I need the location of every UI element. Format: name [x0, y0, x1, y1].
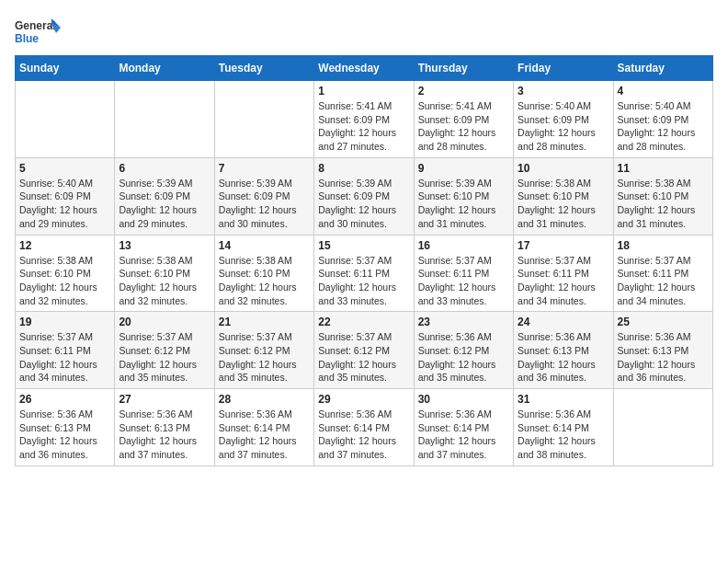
day-info: Sunrise: 5:36 AM Sunset: 6:14 PM Dayligh…: [219, 408, 310, 462]
day-number: 19: [19, 316, 110, 328]
day-info: Sunrise: 5:36 AM Sunset: 6:14 PM Dayligh…: [418, 408, 509, 462]
day-number: 23: [418, 316, 509, 328]
day-number: 29: [318, 393, 409, 406]
header-cell-saturday: Saturday: [613, 56, 712, 81]
day-cell: [16, 81, 115, 158]
day-info: Sunrise: 5:38 AM Sunset: 6:10 PM Dayligh…: [219, 254, 310, 308]
day-cell: 21Sunrise: 5:37 AM Sunset: 6:12 PM Dayli…: [214, 312, 313, 389]
day-cell: 6Sunrise: 5:39 AM Sunset: 6:09 PM Daylig…: [115, 157, 214, 235]
day-cell: 2Sunrise: 5:41 AM Sunset: 6:09 PM Daylig…: [414, 81, 513, 158]
day-number: 22: [318, 316, 409, 328]
day-info: Sunrise: 5:36 AM Sunset: 6:13 PM Dayligh…: [618, 330, 709, 385]
day-info: Sunrise: 5:41 AM Sunset: 6:09 PM Dayligh…: [418, 99, 509, 154]
day-info: Sunrise: 5:38 AM Sunset: 6:10 PM Dayligh…: [618, 177, 709, 231]
logo-svg: General Blue: [15, 15, 61, 50]
day-info: Sunrise: 5:37 AM Sunset: 6:12 PM Dayligh…: [318, 330, 409, 385]
day-number: 20: [119, 316, 210, 328]
day-cell: 12Sunrise: 5:38 AM Sunset: 6:10 PM Dayli…: [16, 235, 115, 312]
header-cell-tuesday: Tuesday: [214, 56, 313, 81]
day-info: Sunrise: 5:36 AM Sunset: 6:13 PM Dayligh…: [518, 330, 609, 385]
day-cell: 1Sunrise: 5:41 AM Sunset: 6:09 PM Daylig…: [314, 81, 414, 158]
day-number: 7: [219, 162, 310, 175]
logo: General Blue: [15, 15, 61, 50]
day-number: 25: [618, 316, 709, 328]
day-cell: 16Sunrise: 5:37 AM Sunset: 6:11 PM Dayli…: [414, 235, 513, 312]
day-cell: [115, 81, 214, 158]
day-cell: 22Sunrise: 5:37 AM Sunset: 6:12 PM Dayli…: [314, 312, 414, 389]
day-cell: 27Sunrise: 5:36 AM Sunset: 6:13 PM Dayli…: [115, 389, 214, 466]
day-cell: 31Sunrise: 5:36 AM Sunset: 6:14 PM Dayli…: [514, 389, 613, 466]
day-info: Sunrise: 5:40 AM Sunset: 6:09 PM Dayligh…: [19, 177, 110, 231]
day-number: 9: [418, 162, 509, 175]
day-info: Sunrise: 5:39 AM Sunset: 6:09 PM Dayligh…: [119, 177, 210, 231]
day-cell: 13Sunrise: 5:38 AM Sunset: 6:10 PM Dayli…: [115, 235, 214, 312]
svg-text:General: General: [15, 19, 56, 32]
day-info: Sunrise: 5:37 AM Sunset: 6:11 PM Dayligh…: [418, 254, 509, 308]
day-cell: 25Sunrise: 5:36 AM Sunset: 6:13 PM Dayli…: [613, 312, 712, 389]
day-number: 27: [119, 393, 210, 406]
day-number: 1: [318, 85, 409, 98]
day-cell: 28Sunrise: 5:36 AM Sunset: 6:14 PM Dayli…: [214, 389, 313, 466]
day-number: 13: [119, 239, 210, 252]
day-number: 8: [318, 162, 409, 175]
day-number: 2: [418, 85, 509, 98]
day-info: Sunrise: 5:36 AM Sunset: 6:12 PM Dayligh…: [418, 330, 509, 385]
day-number: 3: [518, 85, 609, 98]
svg-text:Blue: Blue: [15, 32, 39, 45]
day-number: 24: [518, 316, 609, 328]
day-number: 6: [119, 162, 210, 175]
day-cell: 29Sunrise: 5:36 AM Sunset: 6:14 PM Dayli…: [314, 389, 414, 466]
day-number: 28: [219, 393, 310, 406]
day-cell: 30Sunrise: 5:36 AM Sunset: 6:14 PM Dayli…: [414, 389, 513, 466]
day-info: Sunrise: 5:41 AM Sunset: 6:09 PM Dayligh…: [318, 99, 409, 154]
day-info: Sunrise: 5:37 AM Sunset: 6:12 PM Dayligh…: [219, 330, 310, 385]
week-row-2: 5Sunrise: 5:40 AM Sunset: 6:09 PM Daylig…: [16, 157, 713, 235]
day-cell: 26Sunrise: 5:36 AM Sunset: 6:13 PM Dayli…: [16, 389, 115, 466]
day-cell: 8Sunrise: 5:39 AM Sunset: 6:09 PM Daylig…: [314, 157, 414, 235]
day-cell: 3Sunrise: 5:40 AM Sunset: 6:09 PM Daylig…: [514, 81, 613, 158]
day-info: Sunrise: 5:38 AM Sunset: 6:10 PM Dayligh…: [19, 254, 110, 308]
day-cell: 17Sunrise: 5:37 AM Sunset: 6:11 PM Dayli…: [514, 235, 613, 312]
page-header: General Blue: [15, 15, 713, 50]
day-cell: 23Sunrise: 5:36 AM Sunset: 6:12 PM Dayli…: [414, 312, 513, 389]
day-info: Sunrise: 5:37 AM Sunset: 6:11 PM Dayligh…: [318, 254, 409, 308]
header-cell-thursday: Thursday: [414, 56, 513, 81]
week-row-5: 26Sunrise: 5:36 AM Sunset: 6:13 PM Dayli…: [16, 389, 713, 466]
day-cell: [613, 389, 712, 466]
day-cell: 14Sunrise: 5:38 AM Sunset: 6:10 PM Dayli…: [214, 235, 313, 312]
day-number: 10: [518, 162, 609, 175]
day-cell: 11Sunrise: 5:38 AM Sunset: 6:10 PM Dayli…: [613, 157, 712, 235]
day-number: 17: [518, 239, 609, 252]
day-number: 16: [418, 239, 509, 252]
day-info: Sunrise: 5:36 AM Sunset: 6:14 PM Dayligh…: [518, 408, 609, 462]
day-info: Sunrise: 5:37 AM Sunset: 6:11 PM Dayligh…: [518, 254, 609, 308]
calendar-header: SundayMondayTuesdayWednesdayThursdayFrid…: [16, 56, 713, 81]
day-info: Sunrise: 5:39 AM Sunset: 6:10 PM Dayligh…: [418, 177, 509, 231]
day-cell: 4Sunrise: 5:40 AM Sunset: 6:09 PM Daylig…: [613, 81, 712, 158]
day-info: Sunrise: 5:37 AM Sunset: 6:11 PM Dayligh…: [19, 330, 110, 385]
day-number: 15: [318, 239, 409, 252]
day-number: 4: [618, 85, 709, 98]
day-number: 31: [518, 393, 609, 406]
day-cell: [214, 81, 313, 158]
day-cell: 7Sunrise: 5:39 AM Sunset: 6:09 PM Daylig…: [214, 157, 313, 235]
header-cell-friday: Friday: [514, 56, 613, 81]
week-row-4: 19Sunrise: 5:37 AM Sunset: 6:11 PM Dayli…: [16, 312, 713, 389]
day-info: Sunrise: 5:38 AM Sunset: 6:10 PM Dayligh…: [119, 254, 210, 308]
week-row-1: 1Sunrise: 5:41 AM Sunset: 6:09 PM Daylig…: [16, 81, 713, 158]
day-number: 12: [19, 239, 110, 252]
day-info: Sunrise: 5:40 AM Sunset: 6:09 PM Dayligh…: [618, 99, 709, 154]
day-info: Sunrise: 5:38 AM Sunset: 6:10 PM Dayligh…: [518, 177, 609, 231]
day-cell: 5Sunrise: 5:40 AM Sunset: 6:09 PM Daylig…: [16, 157, 115, 235]
calendar-body: 1Sunrise: 5:41 AM Sunset: 6:09 PM Daylig…: [16, 81, 713, 466]
day-cell: 19Sunrise: 5:37 AM Sunset: 6:11 PM Dayli…: [16, 312, 115, 389]
day-info: Sunrise: 5:40 AM Sunset: 6:09 PM Dayligh…: [518, 99, 609, 154]
header-row: SundayMondayTuesdayWednesdayThursdayFrid…: [16, 56, 713, 81]
day-number: 18: [618, 239, 709, 252]
header-cell-sunday: Sunday: [16, 56, 115, 81]
day-info: Sunrise: 5:37 AM Sunset: 6:12 PM Dayligh…: [119, 330, 210, 385]
day-info: Sunrise: 5:36 AM Sunset: 6:14 PM Dayligh…: [318, 408, 409, 462]
day-cell: 20Sunrise: 5:37 AM Sunset: 6:12 PM Dayli…: [115, 312, 214, 389]
day-cell: 18Sunrise: 5:37 AM Sunset: 6:11 PM Dayli…: [613, 235, 712, 312]
day-number: 11: [618, 162, 709, 175]
